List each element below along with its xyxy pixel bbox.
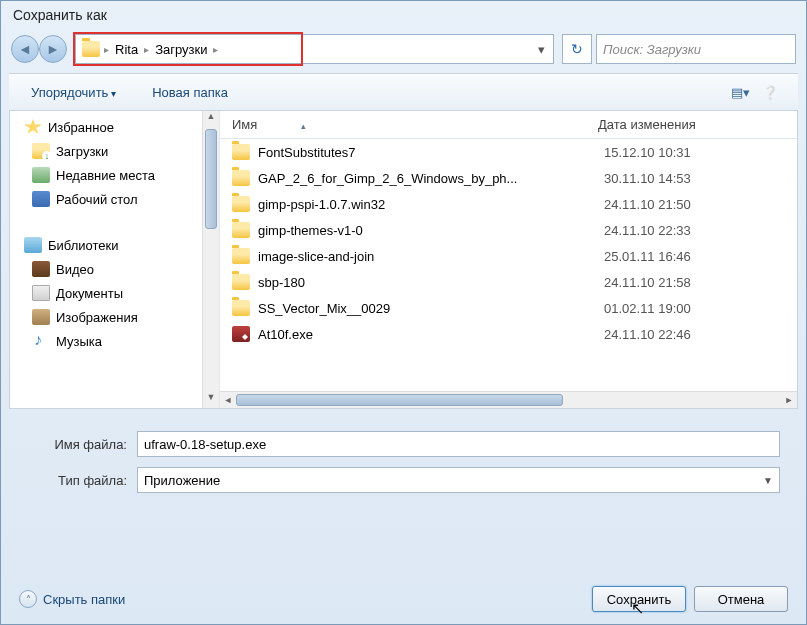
- sort-indicator-icon: ▴: [301, 121, 306, 131]
- chevron-down-icon: ▼: [763, 475, 773, 486]
- folder-icon: [232, 144, 250, 160]
- scroll-up-arrow[interactable]: ▲: [203, 111, 219, 127]
- file-row[interactable]: GAP_2_6_for_Gimp_2_6_Windows_by_ph...30.…: [220, 165, 797, 191]
- navbar: ◄ ► ▸ Rita ▸ Загрузки ▸ ▾ ↻ Поиск: Загру…: [1, 29, 806, 69]
- folder-icon: [232, 300, 250, 316]
- file-row[interactable]: FontSubstitutes715.12.10 10:31: [220, 139, 797, 165]
- window-title: Сохранить как: [13, 7, 107, 23]
- footer: ˄ Скрыть папки Сохранить Отмена: [1, 586, 806, 612]
- breadcrumb[interactable]: ▸ Rita ▸ Загрузки ▸ ▾: [75, 34, 554, 64]
- bottom-panel: Имя файла: Тип файла: Приложение ▼: [9, 423, 798, 511]
- sidebar-item-documents[interactable]: Документы: [10, 281, 219, 305]
- file-name: At10f.exe: [258, 327, 604, 342]
- sidebar-item-desktop[interactable]: Рабочий стол: [10, 187, 219, 211]
- sidebar-item-video[interactable]: Видео: [10, 257, 219, 281]
- file-name: image-slice-and-join: [258, 249, 604, 264]
- refresh-button[interactable]: ↻: [562, 34, 592, 64]
- breadcrumb-item[interactable]: Загрузки: [149, 42, 213, 57]
- new-folder-button[interactable]: Новая папка: [144, 81, 236, 104]
- save-as-dialog: Сохранить как ◄ ► ▸ Rita ▸ Загрузки ▸ ▾ …: [0, 0, 807, 625]
- content-area: Избранное Загрузки Недавние места Рабочи…: [9, 111, 798, 409]
- file-row[interactable]: sbp-18024.11.10 21:58: [220, 269, 797, 295]
- desktop-icon: [32, 191, 50, 207]
- star-icon: [24, 119, 42, 135]
- video-icon: [32, 261, 50, 277]
- sidebar-item-downloads[interactable]: Загрузки: [10, 139, 219, 163]
- organize-menu[interactable]: Упорядочить: [23, 81, 124, 104]
- file-name: GAP_2_6_for_Gimp_2_6_Windows_by_ph...: [258, 171, 604, 186]
- toolbar: Упорядочить Новая папка ▤▾ ❔: [9, 73, 798, 111]
- filename-input[interactable]: [137, 431, 780, 457]
- file-date: 24.11.10 21:58: [604, 275, 691, 290]
- folder-icon: [232, 170, 250, 186]
- file-name: SS_Vector_Mix__0029: [258, 301, 604, 316]
- recent-icon: [32, 167, 50, 183]
- scroll-down-arrow[interactable]: ▼: [203, 392, 219, 408]
- file-row[interactable]: gimp-pspi-1.0.7.win3224.11.10 21:50: [220, 191, 797, 217]
- downloads-icon: [32, 143, 50, 159]
- file-list: Имя ▴ Дата изменения FontSubstitutes715.…: [220, 111, 797, 408]
- sidebar-item-images[interactable]: Изображения: [10, 305, 219, 329]
- folder-icon: [232, 196, 250, 212]
- exe-icon: [232, 326, 250, 342]
- column-date[interactable]: Дата изменения: [590, 117, 740, 132]
- search-input[interactable]: Поиск: Загрузки: [596, 34, 796, 64]
- back-button[interactable]: ◄: [11, 35, 39, 63]
- folder-icon: [232, 274, 250, 290]
- file-date: 24.11.10 21:50: [604, 197, 691, 212]
- library-icon: [24, 237, 42, 253]
- image-icon: [32, 309, 50, 325]
- file-name: FontSubstitutes7: [258, 145, 604, 160]
- chevron-right-icon: ▸: [213, 44, 218, 55]
- cancel-button[interactable]: Отмена: [694, 586, 788, 612]
- filename-label: Имя файла:: [27, 437, 137, 452]
- filetype-label: Тип файла:: [27, 473, 137, 488]
- document-icon: [32, 285, 50, 301]
- hide-folders-toggle[interactable]: ˄ Скрыть папки: [19, 590, 125, 608]
- folder-icon: [232, 222, 250, 238]
- file-date: 25.01.11 16:46: [604, 249, 691, 264]
- view-options-button[interactable]: ▤▾: [725, 81, 756, 104]
- file-date: 24.11.10 22:33: [604, 223, 691, 238]
- scroll-right-arrow[interactable]: ►: [781, 395, 797, 405]
- file-date: 15.12.10 10:31: [604, 145, 691, 160]
- filetype-combo[interactable]: Приложение ▼: [137, 467, 780, 493]
- file-name: gimp-themes-v1-0: [258, 223, 604, 238]
- search-placeholder: Поиск: Загрузки: [603, 42, 701, 57]
- sidebar-item-music[interactable]: Музыка: [10, 329, 219, 353]
- file-row[interactable]: gimp-themes-v1-024.11.10 22:33: [220, 217, 797, 243]
- column-name[interactable]: Имя ▴: [220, 117, 590, 132]
- file-name: sbp-180: [258, 275, 604, 290]
- scroll-thumb[interactable]: [205, 129, 217, 229]
- chevron-up-icon: ˄: [19, 590, 37, 608]
- file-date: 30.11.10 14:53: [604, 171, 691, 186]
- folder-icon: [232, 248, 250, 264]
- folder-icon: [82, 41, 100, 57]
- file-row[interactable]: At10f.exe24.11.10 22:46: [220, 321, 797, 347]
- sidebar: Избранное Загрузки Недавние места Рабочи…: [10, 111, 220, 408]
- breadcrumb-dropdown[interactable]: ▾: [530, 42, 553, 57]
- libraries-header[interactable]: Библиотеки: [10, 233, 219, 257]
- help-button[interactable]: ❔: [756, 81, 784, 104]
- sidebar-item-recent[interactable]: Недавние места: [10, 163, 219, 187]
- scroll-left-arrow[interactable]: ◄: [220, 395, 236, 405]
- file-date: 01.02.11 19:00: [604, 301, 691, 316]
- file-row[interactable]: image-slice-and-join25.01.11 16:46: [220, 243, 797, 269]
- save-button[interactable]: Сохранить: [592, 586, 686, 612]
- file-date: 24.11.10 22:46: [604, 327, 691, 342]
- scroll-thumb[interactable]: [236, 394, 563, 406]
- favorites-header[interactable]: Избранное: [10, 115, 219, 139]
- file-row[interactable]: SS_Vector_Mix__002901.02.11 19:00: [220, 295, 797, 321]
- horizontal-scrollbar[interactable]: ◄ ►: [220, 391, 797, 408]
- breadcrumb-item[interactable]: Rita: [109, 42, 144, 57]
- titlebar: Сохранить как: [1, 1, 806, 29]
- sidebar-scrollbar[interactable]: ▲ ▼: [202, 111, 219, 408]
- file-name: gimp-pspi-1.0.7.win32: [258, 197, 604, 212]
- column-headers: Имя ▴ Дата изменения: [220, 111, 797, 139]
- music-icon: [32, 333, 50, 349]
- forward-button[interactable]: ►: [39, 35, 67, 63]
